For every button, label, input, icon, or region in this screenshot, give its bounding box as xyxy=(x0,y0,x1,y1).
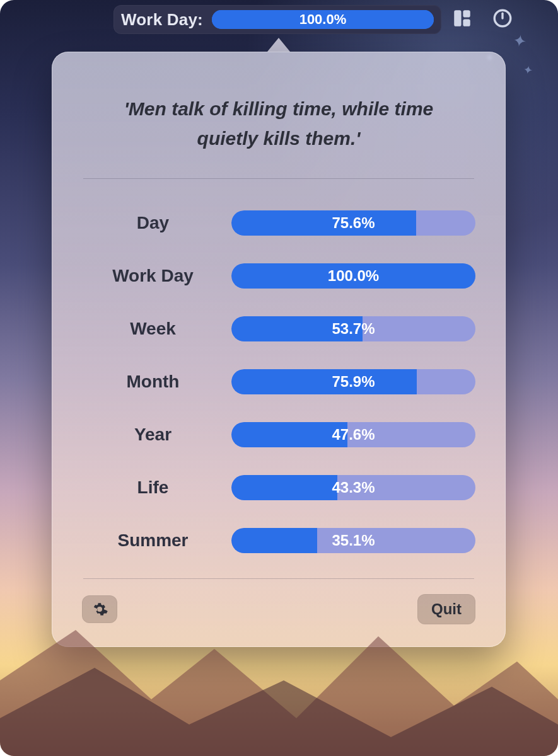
progress-bar-value: 43.3% xyxy=(231,475,475,500)
progress-row: Day75.6% xyxy=(82,197,475,249)
app-window: ✦ ✦ ✦ Work Day: 100.0% 'Men talk of xyxy=(0,0,558,756)
progress-row-label: Month xyxy=(82,372,224,392)
svg-rect-1 xyxy=(463,10,470,17)
progress-bar-value: 75.6% xyxy=(231,210,475,236)
quote-text: 'Men talk of killing time, while time qu… xyxy=(82,78,475,178)
power-icon[interactable] xyxy=(492,8,513,29)
quit-button-label: Quit xyxy=(431,600,462,618)
star-icon: ✦ xyxy=(522,62,534,77)
progress-bar: 75.6% xyxy=(231,210,475,236)
progress-bar: 75.9% xyxy=(231,369,475,394)
progress-bar-value: 47.6% xyxy=(231,422,475,447)
progress-row-label: Work Day xyxy=(82,266,224,286)
progress-bar-value: 53.7% xyxy=(231,316,475,341)
star-icon: ✦ xyxy=(511,30,528,52)
progress-bar: 100.0% xyxy=(231,263,475,289)
settings-button[interactable] xyxy=(82,595,117,623)
popover-panel: 'Men talk of killing time, while time qu… xyxy=(52,52,506,647)
progress-row-label: Week xyxy=(82,319,224,339)
popover-footer: Quit xyxy=(82,579,475,624)
progress-bar: 35.1% xyxy=(231,528,475,553)
quit-button[interactable]: Quit xyxy=(417,594,475,624)
progress-rows: Day75.6%Work Day100.0%Week53.7%Month75.9… xyxy=(82,179,475,578)
progress-row: Year47.6% xyxy=(82,408,475,461)
progress-row-label: Life xyxy=(82,478,224,498)
progress-row-label: Year xyxy=(82,425,224,445)
progress-bar: 53.7% xyxy=(231,316,475,341)
popover-caret xyxy=(267,38,290,52)
layout-icon[interactable] xyxy=(451,8,473,29)
menubar-widget[interactable]: Work Day: 100.0% xyxy=(113,5,441,34)
progress-bar: 43.3% xyxy=(231,475,475,500)
progress-row-label: Day xyxy=(82,213,224,233)
progress-bar: 47.6% xyxy=(231,422,475,447)
menubar-progress-value: 100.0% xyxy=(212,10,434,29)
progress-bar-value: 35.1% xyxy=(231,528,475,553)
progress-bar-value: 75.9% xyxy=(231,369,475,394)
progress-row: Summer35.1% xyxy=(82,514,475,567)
svg-rect-0 xyxy=(454,10,461,26)
svg-rect-2 xyxy=(463,19,470,26)
progress-row: Life43.3% xyxy=(82,461,475,514)
progress-row: Month75.9% xyxy=(82,355,475,408)
menubar-extra-icons xyxy=(451,8,513,29)
progress-row: Week53.7% xyxy=(82,302,475,355)
menubar-title: Work Day: xyxy=(121,10,203,30)
progress-row-label: Summer xyxy=(82,530,224,551)
menubar-progress-bar: 100.0% xyxy=(212,10,434,29)
popover: 'Men talk of killing time, while time qu… xyxy=(52,38,506,647)
progress-row: Work Day100.0% xyxy=(82,249,475,302)
progress-bar-value: 100.0% xyxy=(231,263,475,289)
gear-icon xyxy=(91,600,108,618)
